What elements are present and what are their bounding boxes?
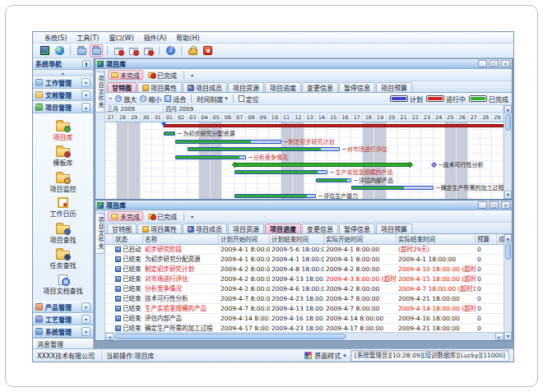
- toolbar-help-icon[interactable]: [164, 44, 177, 57]
- sidebar-item[interactable]: 模板库: [53, 145, 73, 167]
- chevron-down-icon[interactable]: ▾: [81, 302, 90, 311]
- tab-项目属性[interactable]: 项目属性: [137, 82, 182, 92]
- tab-变更信息[interactable]: 变更信息: [302, 82, 338, 92]
- time-scale-dropdown[interactable]: 时间刻度▾: [197, 95, 228, 104]
- tab-项目资源[interactable]: 项目资源: [228, 224, 264, 233]
- ui-style-dropdown[interactable]: 界面样式 ▾: [304, 351, 346, 360]
- filter-completed-button[interactable]: 已完成: [145, 70, 180, 80]
- scrollbar-thumb[interactable]: [505, 114, 511, 131]
- gantt-bar[interactable]: [175, 140, 281, 144]
- sidebar-group[interactable]: 项目管理▴: [33, 101, 93, 113]
- column-header-预算[interactable]: 预算: [476, 234, 497, 244]
- filter-uncompleted-button[interactable]: 未完成: [108, 70, 143, 80]
- chevron-down-icon[interactable]: ▾: [81, 327, 90, 336]
- gantt-vertical-scrollbar[interactable]: ▲ ▼: [504, 105, 512, 199]
- toolbar-computer-icon[interactable]: [38, 44, 51, 57]
- chevron-down-icon[interactable]: ▾: [81, 90, 90, 99]
- sidebar-collapse-strip[interactable]: ▴: [33, 70, 93, 76]
- table-row[interactable]: 已结束对市场进行评估2009-4-2 8:00:002009-4-13 18:0…: [105, 274, 504, 284]
- sidebar-item[interactable]: 任务查找: [50, 248, 77, 270]
- menu-item[interactable]: 插件(A): [139, 33, 172, 42]
- toolbar-mail-icon[interactable]: [112, 44, 125, 57]
- tab-项目资源[interactable]: 项目资源: [228, 82, 264, 92]
- sidebar-group[interactable]: 工作管理▾: [33, 76, 93, 89]
- tab-变更信息[interactable]: 变更信息: [302, 224, 338, 233]
- restore-icon[interactable]: □: [490, 201, 499, 209]
- column-header-实际结束时间[interactable]: 实际结束时间: [397, 234, 476, 244]
- more-icon[interactable]: »: [109, 95, 112, 102]
- column-header-计划开始时间[interactable]: 计划开始时间: [219, 234, 270, 244]
- zoom-out-button[interactable]: −缩小: [140, 95, 161, 104]
- tab-项目成员[interactable]: 项目成员: [183, 82, 227, 92]
- scrollbar-thumb[interactable]: [505, 243, 511, 260]
- sidebar-group[interactable]: 文档管理▾: [33, 89, 93, 101]
- toolbar-mail-check-icon[interactable]: [142, 44, 155, 57]
- table-row[interactable]: 已启动初步研究阶段2009-4-1 8:00:002009-5-6 18:00:…: [105, 245, 504, 255]
- gantt-bar[interactable]: [234, 170, 328, 174]
- scroll-left-icon[interactable]: ◄: [105, 333, 114, 340]
- sidebar-group[interactable]: 系统管理▾: [33, 325, 93, 338]
- gantt-bar[interactable]: [351, 186, 434, 190]
- table-row[interactable]: 已结束为初步研究分配资源2009-4-1 8:00:002009-4-1 18:…: [105, 255, 504, 265]
- table-row[interactable]: 已结束制定初步研究计划2009-4-2 8:00:002009-4-8 18:0…: [105, 265, 504, 274]
- close-icon[interactable]: ×: [501, 201, 510, 209]
- tab-项目属性[interactable]: 项目属性: [137, 224, 182, 233]
- toolbar-folder-icon[interactable]: [75, 44, 88, 57]
- close-icon[interactable]: ×: [501, 60, 510, 67]
- zoom-in-button[interactable]: +放大: [115, 95, 137, 104]
- tab-项目成员[interactable]: 项目成员: [183, 224, 227, 233]
- menu-item[interactable]: 窗口(W): [104, 33, 138, 42]
- scroll-down-icon[interactable]: ▼: [504, 191, 512, 199]
- tab-甘特图[interactable]: 甘特图: [107, 82, 137, 92]
- gantt-bar[interactable]: [188, 147, 340, 151]
- chevron-down-icon[interactable]: ▾: [81, 78, 90, 87]
- toolbar-folder-open-icon[interactable]: [90, 44, 103, 57]
- scroll-up-icon[interactable]: ▲: [504, 105, 512, 113]
- summary-bar[interactable]: [164, 124, 504, 127]
- sidebar-item[interactable]: 项目文档查找: [44, 274, 83, 295]
- menu-item[interactable]: 帮助(H): [171, 33, 204, 42]
- sidebar-item[interactable]: 项目监控: [50, 172, 77, 193]
- tab-message-management[interactable]: 消息管理: [33, 338, 93, 348]
- sidebar-item[interactable]: 项目查找: [50, 223, 77, 244]
- table-row[interactable]: 已结束确定生产所需的加工过程2009-4-17 8:00:002009-4-23…: [105, 324, 504, 332]
- menu-item[interactable]: 工具(T): [72, 33, 104, 42]
- minimize-icon[interactable]: _: [478, 60, 487, 67]
- table-row[interactable]: 已结束生产实验室规模的产品2009-4-7 8:00:002009-4-13 1…: [105, 304, 504, 314]
- toolbar-lock-icon[interactable]: [186, 44, 199, 57]
- column-header-实际开始时间[interactable]: 实际开始时间: [324, 234, 397, 244]
- tab-暂停信息[interactable]: 暂停信息: [339, 82, 375, 92]
- tab-项目进度[interactable]: 项目进度: [265, 224, 301, 233]
- tab-甘特图[interactable]: 甘特图: [107, 224, 137, 233]
- gantt-bar[interactable]: [316, 178, 351, 182]
- chevron-down-icon[interactable]: ▾: [188, 72, 197, 78]
- sidebar-item[interactable]: 项目库: [53, 120, 73, 141]
- tab-project-folder[interactable]: 项目文件夹: [96, 71, 105, 113]
- filter-uncompleted-button[interactable]: 未完成: [108, 211, 143, 221]
- menu-item[interactable]: 系统(S): [39, 33, 72, 42]
- tab-项目预算[interactable]: 项目预算: [376, 82, 412, 92]
- column-header-计划结束时间[interactable]: 计划结束时间: [270, 234, 324, 244]
- tab-project-folder[interactable]: 项目文件夹: [96, 213, 105, 254]
- tab-项目预算[interactable]: 项目预算: [376, 224, 412, 233]
- toolbar-globe-icon[interactable]: [53, 44, 66, 57]
- column-header-状态[interactable]: 状态: [114, 234, 143, 244]
- scroll-right-icon[interactable]: ►: [495, 333, 504, 340]
- minimize-icon[interactable]: _: [478, 201, 487, 209]
- table-vertical-scrollbar[interactable]: ▲ ▼: [504, 234, 512, 340]
- column-header-名称[interactable]: 名称: [143, 234, 219, 244]
- scroll-up-icon[interactable]: ▲: [504, 234, 512, 242]
- gantt-bar[interactable]: [164, 131, 175, 136]
- restore-icon[interactable]: □: [490, 60, 499, 67]
- chevron-down-icon[interactable]: ▾: [188, 214, 197, 219]
- toolbar-mail-edit-icon[interactable]: [127, 44, 140, 57]
- toolbar-exit-icon[interactable]: [201, 44, 214, 57]
- tab-项目进度[interactable]: 项目进度: [265, 82, 301, 92]
- gantt-bar-completed[interactable]: [234, 163, 411, 167]
- scroll-down-icon[interactable]: ▼: [504, 332, 512, 340]
- chevron-up-icon[interactable]: ▴: [81, 103, 90, 112]
- table-row[interactable]: 已结束分析竞争情况2009-4-2 8:00:002009-4-6 18:00:…: [105, 284, 504, 294]
- gantt-bar[interactable]: [175, 155, 245, 159]
- chevron-down-icon[interactable]: ▾: [81, 315, 90, 324]
- locate-button[interactable]: 定位: [239, 95, 259, 104]
